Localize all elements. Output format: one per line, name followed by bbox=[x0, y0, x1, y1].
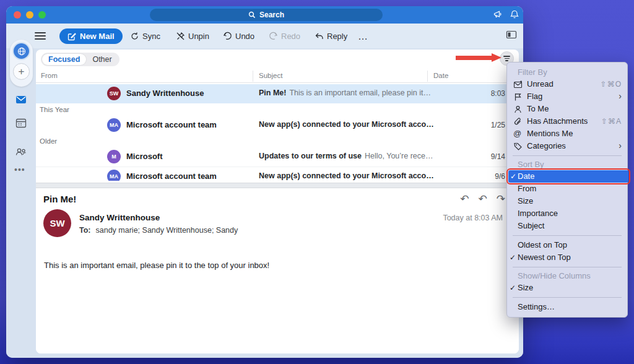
group-header[interactable]: Older bbox=[36, 135, 519, 147]
reading-pane: Pin Me! ↶ ↶ ↷ SW Sandy Writtenhouse To:s… bbox=[36, 188, 519, 353]
add-account-button[interactable]: + bbox=[13, 63, 30, 80]
sender-name: Sandy Writtenhouse bbox=[79, 213, 160, 222]
outlook-window: Search bbox=[6, 6, 523, 358]
redo-icon bbox=[269, 32, 278, 41]
reply-button[interactable]: Reply bbox=[315, 28, 347, 44]
reading-pane-toggle-icon[interactable] bbox=[506, 30, 517, 40]
search-input[interactable]: Search bbox=[150, 9, 383, 21]
zoom-window-button[interactable] bbox=[38, 11, 46, 19]
column-subject[interactable]: Subject bbox=[259, 72, 282, 79]
minimize-window-button[interactable] bbox=[26, 11, 33, 19]
email-timestamp: Today at 8:03 AM bbox=[443, 214, 503, 222]
show-hide-columns-header: Show/Hide Columns bbox=[507, 271, 627, 282]
undo-icon bbox=[223, 32, 232, 41]
menu-divider bbox=[513, 235, 622, 236]
avatar: SW bbox=[107, 87, 121, 100]
redo-button[interactable]: Redo bbox=[269, 28, 300, 44]
menu-item-newest-on-top[interactable]: ✓ Newest on Top bbox=[507, 251, 627, 264]
list-column-headers: From Subject Date bbox=[36, 69, 519, 83]
menu-item-flag[interactable]: Flag › bbox=[507, 90, 627, 103]
new-mail-button[interactable]: New Mail bbox=[59, 28, 123, 44]
sync-icon bbox=[130, 32, 139, 41]
menu-item-to-me[interactable]: To Me bbox=[507, 103, 627, 115]
message-list: SW Sandy Writtenhouse Pin Me!This is an … bbox=[36, 84, 519, 181]
menu-item-oldest-on-top[interactable]: Oldest on Top bbox=[507, 239, 627, 251]
recipients-line: To:sandy marie; Sandy Writtenhouse; Sand… bbox=[79, 226, 238, 235]
people-nav-icon[interactable] bbox=[14, 145, 28, 158]
group-header[interactable]: This Year bbox=[36, 103, 519, 116]
menu-divider bbox=[513, 297, 622, 298]
flag-icon bbox=[513, 92, 523, 102]
app-rail: + bbox=[6, 48, 36, 358]
mail-nav-icon[interactable] bbox=[14, 93, 28, 106]
menu-item-sort-from[interactable]: From bbox=[507, 183, 627, 195]
check-icon: ✓ bbox=[510, 282, 516, 294]
message-row[interactable]: MA Microsoft account team New app(s) con… bbox=[36, 167, 519, 181]
sync-button[interactable]: Sync bbox=[130, 28, 160, 44]
subject-text: New app(s) connected to your Microsoft a… bbox=[259, 171, 434, 180]
window-body: + bbox=[6, 48, 523, 358]
notification-bell-icon[interactable] bbox=[510, 9, 519, 20]
toolbar-overflow-button[interactable]: … bbox=[358, 28, 368, 44]
message-date: 1/25 bbox=[491, 121, 505, 129]
paperclip-icon bbox=[513, 117, 523, 126]
menu-item-mentions-me[interactable]: @ Mentions Me bbox=[507, 128, 627, 140]
menu-divider bbox=[513, 267, 622, 267]
tab-other[interactable]: Other bbox=[86, 54, 118, 65]
desktop: Search bbox=[0, 0, 634, 364]
menu-item-settings[interactable]: Settings… bbox=[507, 301, 627, 313]
menu-item-column-size[interactable]: ✓ Size bbox=[507, 282, 627, 294]
column-date[interactable]: Date bbox=[433, 72, 448, 79]
subject-text: Pin Me! bbox=[259, 89, 286, 97]
calendar-nav-icon[interactable] bbox=[14, 116, 28, 130]
menu-item-sort-subject[interactable]: Subject bbox=[507, 220, 627, 232]
inbox-filter-row: Focused Other bbox=[36, 50, 519, 69]
content-card: Focused Other From Subject Date SW bbox=[36, 50, 519, 353]
filter-by-header: Filter By bbox=[507, 67, 627, 78]
undo-button[interactable]: Undo bbox=[223, 28, 254, 44]
reply-all-icon[interactable]: ↶ bbox=[479, 193, 487, 206]
menu-divider bbox=[513, 155, 622, 156]
message-row[interactable]: M Microsoft Updates to our terms of useH… bbox=[36, 147, 519, 167]
email-subject: Pin Me! bbox=[43, 194, 76, 204]
message-row[interactable]: SW Sandy Writtenhouse Pin Me!This is an … bbox=[36, 84, 519, 103]
menu-item-categories[interactable]: Categories › bbox=[507, 140, 627, 152]
unread-envelope-icon bbox=[513, 80, 523, 89]
menu-item-sort-size[interactable]: Size bbox=[507, 195, 627, 207]
annotation-arrow bbox=[456, 53, 502, 63]
submenu-chevron-icon: › bbox=[619, 90, 622, 102]
column-from[interactable]: From bbox=[41, 72, 58, 79]
submenu-chevron-icon: › bbox=[619, 139, 622, 152]
inbox-tabs: Focused Other bbox=[41, 53, 119, 66]
unpin-button[interactable]: Unpin bbox=[176, 28, 209, 44]
sidebar-menu-icon[interactable] bbox=[35, 30, 46, 41]
message-row[interactable]: MA Microsoft account team New app(s) con… bbox=[36, 116, 519, 135]
account-avatar[interactable] bbox=[12, 42, 30, 60]
globe-icon bbox=[17, 46, 27, 56]
toolbar: New Mail Sync Unpin bbox=[6, 24, 523, 48]
menu-item-sort-date[interactable]: ✓ Date bbox=[508, 170, 628, 183]
close-window-button[interactable] bbox=[14, 11, 21, 19]
check-icon: ✓ bbox=[510, 170, 516, 183]
reply-icon[interactable]: ↶ bbox=[460, 193, 469, 206]
at-sign-icon: @ bbox=[513, 128, 521, 140]
forward-icon[interactable]: ↷ bbox=[497, 193, 505, 206]
check-icon: ✓ bbox=[510, 251, 516, 264]
rail-more-icon[interactable]: ••• bbox=[14, 165, 28, 178]
tab-focused[interactable]: Focused bbox=[42, 54, 86, 65]
pane-splitter[interactable] bbox=[36, 183, 519, 188]
avatar: M bbox=[107, 150, 121, 163]
megaphone-icon[interactable] bbox=[493, 9, 503, 20]
sender-name: Microsoft account team bbox=[126, 120, 217, 129]
shortcut: ⇧⌘A bbox=[601, 115, 622, 128]
avatar: MA bbox=[107, 170, 121, 181]
message-date: 9/14 bbox=[491, 152, 505, 161]
title-bar: Search bbox=[6, 6, 523, 24]
message-date: 9/6 bbox=[495, 172, 505, 181]
message-date: 8:03 bbox=[491, 89, 505, 98]
menu-item-unread[interactable]: Unread ⇧⌘O bbox=[507, 78, 627, 90]
menu-item-sort-importance[interactable]: Importance bbox=[507, 207, 627, 220]
avatar: MA bbox=[107, 118, 121, 132]
to-label: To: bbox=[79, 226, 91, 235]
menu-item-has-attachments[interactable]: Has Attachments ⇧⌘A bbox=[507, 115, 627, 128]
